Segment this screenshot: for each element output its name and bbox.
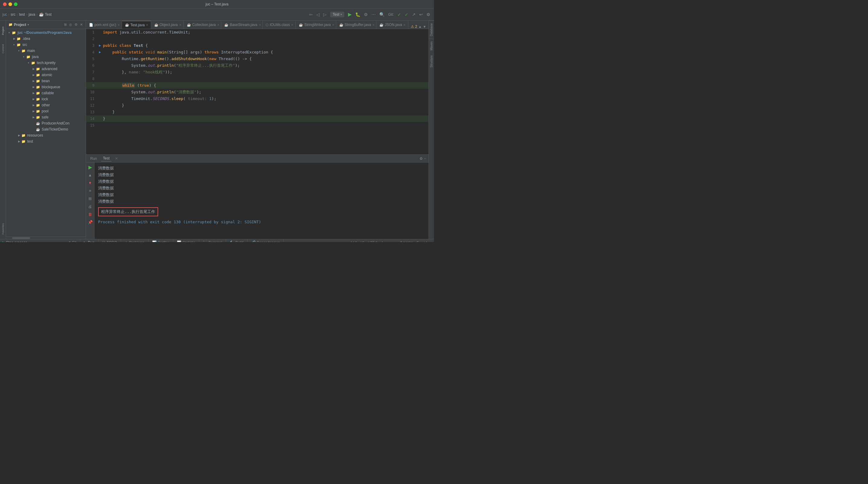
status-tab-problems[interactable]: ⚠ Problems — [121, 239, 149, 242]
tab-close-basestream[interactable]: ✕ — [259, 23, 261, 27]
search-everywhere-button[interactable]: 🔍 — [378, 11, 386, 18]
stop-process-label[interactable]: Stop process — [6, 240, 27, 242]
code-editor[interactable]: 1 import java.util.concurrent.TimeUnit; … — [86, 29, 429, 154]
tab-pom-xml[interactable]: 📄 pom.xml (juc) ✕ — [86, 21, 122, 29]
run-print-button[interactable]: 🖨 — [87, 203, 94, 210]
tab-close-collection[interactable]: ✕ — [217, 23, 219, 27]
window-controls[interactable] — [3, 2, 18, 6]
vcs-update-button[interactable]: ⇦ — [308, 11, 314, 18]
navigate-forward-button[interactable]: ▷ — [322, 11, 328, 18]
tab-stringwriter[interactable]: ☕ StringWriter.java ✕ — [296, 21, 336, 29]
tree-item-producer[interactable]: ☕ ProducerAndCon — [6, 120, 86, 126]
database-panel-label[interactable]: Database — [429, 21, 434, 39]
tree-settings-button[interactable]: ⚙ — [74, 22, 78, 27]
run-minimize-button[interactable]: − — [424, 156, 426, 161]
tree-item-blockqueue[interactable]: ▶ 📁 blockqueue — [6, 84, 86, 90]
run-config-selector[interactable]: Test ▾ — [330, 12, 344, 17]
status-tab-build[interactable]: 🔨 Build — [226, 239, 247, 242]
run-button[interactable]: ▶ — [347, 10, 353, 19]
status-tab-todo[interactable]: ☑ TODO — [98, 239, 121, 242]
tree-item-test[interactable]: ▶ 📁 test — [6, 138, 86, 144]
breadcrumb-juc[interactable]: juc — [2, 12, 7, 17]
maximize-button[interactable] — [14, 2, 18, 6]
structure-panel-label[interactable]: Structure — [429, 53, 434, 70]
tree-item-callable[interactable]: ▶ 📁 callable — [6, 90, 86, 96]
project-dropdown-icon[interactable]: ▾ — [28, 23, 29, 26]
breadcrumb-test-class[interactable]: Test — [45, 12, 52, 17]
tree-item-other[interactable]: ▶ 📁 other — [6, 102, 86, 108]
run-tab-run[interactable]: Run — [88, 156, 99, 161]
close-button[interactable] — [3, 2, 7, 6]
debug-button[interactable]: 🐛 — [354, 11, 362, 18]
git-commit-button[interactable]: ✓ — [396, 11, 402, 18]
sidebar-project-icon[interactable]: Project — [0, 22, 6, 40]
breadcrumb-test[interactable]: test — [19, 12, 25, 17]
git-history-button[interactable]: ↗ — [411, 11, 417, 18]
tree-item-resources[interactable]: ▶ 📁 resources — [6, 132, 86, 138]
status-tab-git[interactable]: ⎇ Git — [63, 239, 80, 242]
tab-object-java[interactable]: ☕ Object.java ✕ — [151, 21, 184, 29]
tree-scrollbar[interactable] — [6, 236, 86, 239]
tree-item-pool[interactable]: ▶ 📁 pool — [6, 108, 86, 114]
run-restart-button[interactable]: ▶ — [87, 164, 94, 170]
status-tab-profiler[interactable]: 📊 Profiler — [149, 239, 173, 242]
run-tab-close[interactable]: ✕ — [114, 156, 119, 161]
tree-item-sale[interactable]: ☕ SaleTicketDemo — [6, 126, 86, 132]
tree-item-bean[interactable]: ▶ 📁 bean — [6, 78, 86, 84]
git-revert-button[interactable]: ↩ — [418, 11, 424, 18]
tab-stringbuffer[interactable]: ☕ StringBuffer.java ✕ — [336, 21, 376, 29]
tab-close-sw[interactable]: ✕ — [332, 23, 334, 27]
navigate-back-button[interactable]: ◁ — [315, 11, 321, 18]
run-wrap-button[interactable]: ≡ — [87, 187, 94, 194]
locate-in-tree-button[interactable]: ◎ — [68, 22, 73, 27]
run-pin-button[interactable]: 📌 — [87, 219, 94, 225]
tab-close-json[interactable]: ✕ — [403, 23, 406, 27]
tree-item-root[interactable]: ▾ 📁 juc ~/Documents/Program/Java — [6, 30, 86, 36]
sidebar-commit-icon[interactable]: Commit — [0, 40, 6, 58]
git-branch[interactable]: ⎇ master — [398, 240, 413, 242]
breadcrumb-java[interactable]: java — [29, 12, 35, 17]
run-scroll-down-button[interactable]: ▼ — [87, 179, 94, 186]
sidebar-favorites-icon[interactable]: Favorites — [0, 220, 6, 238]
run-clear-button[interactable]: 🗑 — [87, 211, 94, 218]
run-filter-button[interactable]: ⊞ — [87, 195, 94, 202]
tree-item-lock[interactable]: ▶ 📁 lock — [6, 96, 86, 102]
breadcrumb-src[interactable]: src — [10, 12, 16, 17]
tree-scrollbar-thumb[interactable] — [12, 237, 30, 239]
tab-json-java[interactable]: ☕ JSON.java ✕ — [376, 21, 408, 29]
tree-item-atomic[interactable]: ▶ 📁 atomic — [6, 72, 86, 78]
run-tab-test[interactable]: Test — [101, 155, 112, 161]
tree-item-idea[interactable]: ▶ 📁 .idea — [6, 36, 86, 42]
tree-item-safe[interactable]: ▶ 📁 safe — [6, 114, 86, 120]
status-tab-dependencies[interactable]: 🔗 Dependencies — [247, 239, 284, 242]
minimize-button[interactable] — [8, 2, 12, 6]
run-scroll-up-button[interactable]: ▲ — [87, 172, 94, 178]
more-run-button[interactable]: ⋯ — [370, 11, 377, 18]
status-tab-run[interactable]: ▶ Run — [80, 239, 98, 242]
coverage-button[interactable]: ⚙ — [363, 11, 369, 18]
tree-item-main[interactable]: ▾ 📁 main — [6, 48, 86, 54]
tab-close-sb[interactable]: ✕ — [372, 23, 375, 27]
tab-test-java[interactable]: ☕ Test.java ✕ — [122, 21, 151, 29]
tab-close-pom[interactable]: ✕ — [117, 23, 120, 27]
tree-item-java[interactable]: ▾ 📁 java — [6, 54, 86, 60]
tree-item-advanced[interactable]: ▶ 📁 advanced — [6, 66, 86, 72]
tree-item-src[interactable]: ▾ 📁 src — [6, 42, 86, 48]
collapse-all-button[interactable]: ⊞ — [63, 22, 67, 27]
status-tab-statistic[interactable]: 📈 Statistic — [173, 239, 199, 242]
tab-ioutils-class[interactable]: ⬡ IOUtils.class ✕ — [262, 21, 296, 29]
tree-item-tech-kpretty[interactable]: ▾ 📁 tech.kpretty — [6, 60, 86, 66]
git-push-button[interactable]: ✓ — [404, 11, 409, 18]
nav-up-button[interactable]: ▲ — [418, 25, 422, 28]
tab-close-object[interactable]: ✕ — [179, 23, 181, 27]
maven-panel-label[interactable]: Maven — [429, 39, 434, 53]
status-tab-terminal[interactable]: ⬛ Terminal — [199, 239, 226, 242]
tab-close-test[interactable]: ✕ — [146, 23, 148, 27]
event-log-link[interactable]: Event Log — [416, 241, 432, 242]
settings-button[interactable]: ⚙ — [425, 11, 432, 18]
tab-basestream-java[interactable]: ☕ BaseStream.java ✕ — [221, 21, 262, 29]
tab-close-ioutils[interactable]: ✕ — [291, 23, 293, 27]
nav-down-button[interactable]: ▼ — [423, 25, 426, 28]
hide-tree-button[interactable]: ✕ — [80, 22, 83, 27]
tab-collection-java[interactable]: ☕ Collection.java ✕ — [184, 21, 221, 29]
